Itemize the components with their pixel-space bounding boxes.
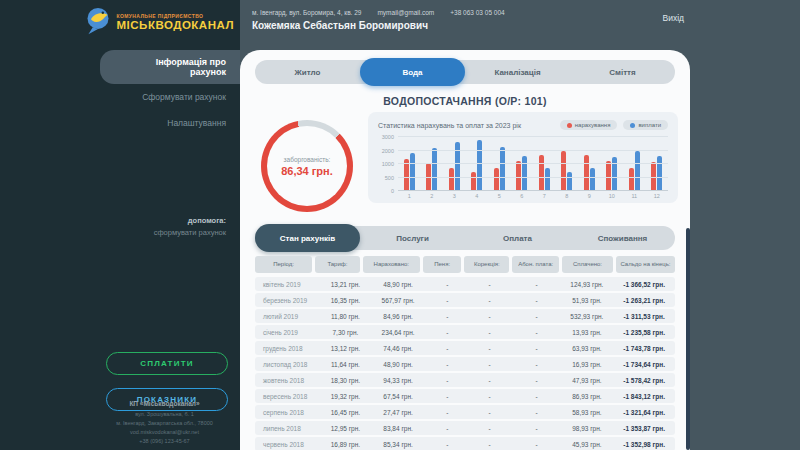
- accounts-table: Період:Тариф:Нараховано:Пеня:Корекція:Аб…: [255, 256, 675, 450]
- cell-r7-c1: жовтень 2018: [255, 377, 323, 384]
- cell-r11-c7: 45,93 грн.: [561, 441, 614, 448]
- table-row: листопад 201811,64 грн.48,90 грн.---16,9…: [255, 357, 675, 371]
- bar-виплати-month-2: [432, 148, 437, 191]
- legend-dot-2: [630, 123, 635, 128]
- bar-виплати-month-12: [657, 156, 662, 191]
- cell-r2-c2: 16,35 грн.: [323, 297, 369, 304]
- cell-r6-c8: -1 734,64 грн.: [613, 361, 675, 368]
- help-link[interactable]: сформувати рахунок: [154, 228, 226, 237]
- bar-group-month-1: [398, 137, 421, 191]
- table-row: січень 20197,30 грн.234,64 грн.---13,93 …: [255, 325, 675, 339]
- x-label-6: 6: [511, 193, 534, 199]
- cell-r7-c4: -: [428, 377, 467, 384]
- user-email: mymail@gmail.com: [377, 9, 434, 16]
- subtab-2[interactable]: Послуги: [360, 226, 465, 250]
- cell-r9-c8: -1 321,64 грн.: [613, 409, 675, 416]
- cell-r8-c4: -: [428, 393, 467, 400]
- column-header-4: Пеня:: [423, 256, 462, 273]
- sidebar-item-3[interactable]: Налаштування: [153, 110, 240, 136]
- footer-line-3: vod.miskvodokanal@ukr.net: [95, 428, 234, 437]
- cell-r10-c4: -: [428, 425, 467, 432]
- cell-r2-c5: -: [467, 297, 513, 304]
- x-label-8: 8: [556, 193, 579, 199]
- cell-r6-c4: -: [428, 361, 467, 368]
- tab-2[interactable]: Вода: [360, 58, 465, 86]
- cell-r3-c1: лютий 2019: [255, 313, 323, 320]
- cell-r11-c3: 85,34 грн.: [368, 441, 428, 448]
- bar-виплати-month-1: [410, 153, 415, 191]
- bar-виплати-month-10: [612, 157, 617, 191]
- legend-label-1: нарахування: [575, 122, 611, 128]
- subtab-1[interactable]: Стан рахунків: [255, 224, 360, 252]
- column-header-6: Абон. плата:: [512, 256, 559, 273]
- cell-r8-c1: вересень 2018: [255, 393, 323, 400]
- cell-r1-c6: -: [513, 281, 561, 288]
- subtab-4[interactable]: Споживання: [570, 226, 675, 250]
- tab-3[interactable]: Каналізація: [465, 60, 570, 84]
- cell-r2-c8: -1 263,21 грн.: [613, 297, 675, 304]
- sidebar-item-2[interactable]: Сформувати рахунок: [128, 84, 240, 110]
- column-header-7: Сплачено:: [562, 256, 613, 273]
- cell-r9-c2: 16,45 грн.: [323, 409, 369, 416]
- debt-ring-chart: заборгованість: 86,34 грн.: [261, 120, 353, 212]
- table-row: грудень 201813,12 грн.74,46 грн.---63,93…: [255, 341, 675, 355]
- bar-group-month-5: [488, 137, 511, 191]
- cell-r3-c5: -: [467, 313, 513, 320]
- tab-1[interactable]: Житло: [255, 60, 360, 84]
- x-label-2: 2: [421, 193, 444, 199]
- legend-dot-1: [567, 123, 572, 128]
- logout-link[interactable]: Вихід: [662, 13, 684, 23]
- cell-r3-c3: 84,96 грн.: [368, 313, 428, 320]
- cell-r11-c5: -: [467, 441, 513, 448]
- legend-label-2: виплати: [638, 122, 661, 128]
- logo-title: МІСЬКВОДОКАНАЛ: [117, 19, 234, 32]
- cell-r10-c6: -: [513, 425, 561, 432]
- bar-виплати-month-5: [500, 147, 505, 191]
- cell-r4-c7: 13,93 грн.: [561, 329, 614, 336]
- cell-r9-c1: серпень 2018: [255, 409, 323, 416]
- bar-виплати-month-8: [567, 172, 572, 191]
- cell-r4-c3: 234,64 грн.: [368, 329, 428, 336]
- cell-r9-c3: 27,47 грн.: [368, 409, 428, 416]
- table-row: червень 201816,89 грн.85,34 грн.---45,93…: [255, 437, 675, 450]
- x-label-10: 10: [601, 193, 624, 199]
- x-label-5: 5: [488, 193, 511, 199]
- sidebar-footer: КП «Міськводоканал» вул. Зрошувальна, б.…: [95, 400, 234, 446]
- cell-r7-c8: -1 578,42 грн.: [613, 377, 675, 384]
- subtab-3[interactable]: Оплата: [465, 226, 570, 250]
- cell-r11-c4: -: [428, 441, 467, 448]
- cell-r3-c7: 532,93 грн.: [561, 313, 614, 320]
- footer-line-2: м. Івенгард, Закарпатська обл., 78000: [95, 419, 234, 428]
- bar-group-month-2: [421, 137, 444, 191]
- cell-r2-c6: -: [513, 297, 561, 304]
- pay-button[interactable]: СПЛАТИТИ: [106, 352, 228, 375]
- cell-r5-c3: 74,46 грн.: [368, 345, 428, 352]
- tab-4[interactable]: Сміття: [570, 60, 675, 84]
- legend-item-1: нарахування: [560, 120, 618, 130]
- cell-r4-c8: -1 235,58 грн.: [613, 329, 675, 336]
- footer-company-name: КП «Міськводоканал»: [95, 400, 234, 407]
- bar-виплати-month-4: [477, 140, 482, 191]
- cell-r10-c3: 83,84 грн.: [368, 425, 428, 432]
- cell-r6-c3: 48,90 грн.: [368, 361, 428, 368]
- sidebar: КОМУНАЛЬНЕ ПІДПРИЄМСТВО МІСЬКВОДОКАНАЛ І…: [0, 0, 240, 450]
- cell-r7-c5: -: [467, 377, 513, 384]
- table-scrollbar[interactable]: [686, 228, 690, 450]
- cell-r1-c7: 124,93 грн.: [561, 281, 614, 288]
- cell-r1-c5: -: [467, 281, 513, 288]
- cell-r11-c8: -1 352,98 грн.: [613, 441, 675, 448]
- cell-r11-c1: червень 2018: [255, 441, 323, 448]
- cell-r9-c5: -: [467, 409, 513, 416]
- sidebar-item-1[interactable]: Інформація про рахунок: [100, 50, 240, 84]
- cell-r8-c2: 19,32 грн.: [323, 393, 369, 400]
- gridline-3000: [398, 136, 668, 137]
- table-body: квітень 201913,21 грн.48,90 грн.---124,9…: [255, 277, 675, 450]
- main-card: ЖитлоВодаКаналізаціяСміття ВОДОПОСТАЧАНН…: [240, 50, 690, 450]
- cell-r3-c2: 11,80 грн.: [323, 313, 369, 320]
- column-header-8: Сальдо на кінець:: [616, 256, 675, 273]
- cell-r5-c7: 63,93 грн.: [561, 345, 614, 352]
- user-header: м. Івенгард, вул. Боромира, 4, кв. 29 my…: [252, 9, 505, 31]
- cell-r2-c4: -: [428, 297, 467, 304]
- footer-contacts: вул. Зрошувальна, б. 1м. Івенгард, Закар…: [95, 410, 234, 446]
- x-label-9: 9: [578, 193, 601, 199]
